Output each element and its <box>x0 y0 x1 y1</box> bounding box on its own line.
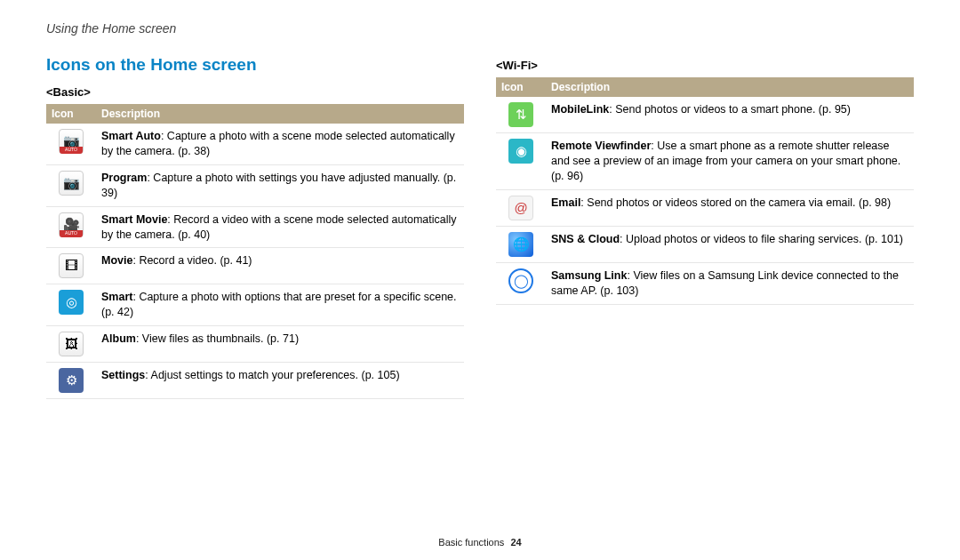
page-footer: Basic functions 24 <box>0 537 960 548</box>
right-column: <Wi-Fi> Icon Description ⇅MobileLink: Se… <box>496 55 914 399</box>
icon-cell: 🌐 <box>496 226 546 262</box>
wifi-table: Icon Description ⇅MobileLink: Send photo… <box>496 77 914 305</box>
description-cell: Smart Movie: Record a video with a scene… <box>96 206 464 248</box>
program-icon: 📷 <box>59 171 84 196</box>
feature-description: : View files as thumbnails. (p. 71) <box>136 332 299 345</box>
icon-cell: @ <box>496 189 546 226</box>
wifi-subhead: <Wi-Fi> <box>496 59 914 72</box>
description-cell: Movie: Record a video. (p. 41) <box>96 248 464 284</box>
email-icon: @ <box>508 196 533 220</box>
footer-page-number: 24 <box>510 537 521 548</box>
wifi-table-body: ⇅MobileLink: Send photos or videos to a … <box>496 97 914 304</box>
feature-name: SNS & Cloud <box>551 233 620 245</box>
remote-viewfinder-icon: ◉ <box>508 139 533 164</box>
description-cell: Remote Viewfinder: Use a smart phone as … <box>546 133 914 190</box>
feature-name: Album <box>101 332 136 345</box>
description-cell: Settings: Adjust settings to match your … <box>96 363 464 399</box>
feature-description: : Send photos or videos to a smart phone… <box>609 103 851 116</box>
samsung-link-icon: ◯ <box>508 268 533 293</box>
feature-name: Settings <box>101 369 145 381</box>
table-header-row: Icon Description <box>496 77 914 97</box>
table-row: 📷Program: Capture a photo with settings … <box>46 164 464 206</box>
feature-name: Samsung Link <box>551 269 627 282</box>
icon-cell: 🖼 <box>46 326 96 363</box>
feature-description: : Upload photos or videos to file sharin… <box>620 233 903 245</box>
header-icon: Icon <box>496 77 546 97</box>
basic-subhead: <Basic> <box>46 85 464 99</box>
smart-movie-icon: 🎥 <box>59 212 84 237</box>
feature-description: : Record a video. (p. 41) <box>132 254 252 267</box>
table-row: ◎Smart: Capture a photo with options tha… <box>46 284 464 326</box>
smart-auto-icon: 📷 <box>59 129 84 154</box>
section-title: Icons on the Home screen <box>46 55 464 75</box>
album-icon: 🖼 <box>59 332 84 356</box>
description-cell: MobileLink: Send photos or videos to a s… <box>546 97 914 133</box>
settings-icon: ⚙ <box>59 368 84 393</box>
table-row: ◉Remote Viewfinder: Use a smart phone as… <box>496 133 914 190</box>
icon-cell: 🎥 <box>46 206 96 248</box>
description-cell: Email: Send photos or videos stored on t… <box>546 189 914 226</box>
feature-name: MobileLink <box>551 103 609 116</box>
icon-cell: ◎ <box>46 284 96 326</box>
feature-description: : Capture a photo with settings you have… <box>101 172 456 199</box>
table-row: ⇅MobileLink: Send photos or videos to a … <box>496 97 914 133</box>
smart-icon: ◎ <box>59 290 84 315</box>
feature-name: Smart Movie <box>101 213 167 226</box>
feature-description: : Adjust settings to match your preferen… <box>145 369 399 381</box>
feature-name: Program <box>101 172 147 184</box>
description-cell: Album: View files as thumbnails. (p. 71) <box>96 326 464 363</box>
feature-name: Movie <box>101 254 132 267</box>
icon-cell: 📷 <box>46 124 96 164</box>
feature-description: : Send photos or videos stored on the ca… <box>580 196 891 209</box>
table-row: 🎞Movie: Record a video. (p. 41) <box>46 248 464 284</box>
description-cell: Samsung Link: View files on a Samsung Li… <box>546 262 914 304</box>
icon-cell: ◉ <box>496 133 546 190</box>
table-header-row: Icon Description <box>46 104 464 124</box>
table-row: 📷Smart Auto: Capture a photo with a scen… <box>46 124 464 164</box>
breadcrumb: Using the Home screen <box>46 21 914 36</box>
feature-name: Smart Auto <box>101 130 161 142</box>
icon-cell: ⚙ <box>46 363 96 399</box>
icon-cell: ⇅ <box>496 97 546 133</box>
basic-table: Icon Description 📷Smart Auto: Capture a … <box>46 104 464 399</box>
content-columns: Icons on the Home screen <Basic> Icon De… <box>46 55 914 399</box>
feature-name: Smart <box>101 291 132 303</box>
movie-icon: 🎞 <box>59 253 84 278</box>
manual-page: Using the Home screen Icons on the Home … <box>0 0 960 560</box>
sns-cloud-icon: 🌐 <box>508 232 533 257</box>
description-cell: Smart Auto: Capture a photo with a scene… <box>96 124 464 164</box>
description-cell: SNS & Cloud: Upload photos or videos to … <box>546 226 914 262</box>
description-cell: Smart: Capture a photo with options that… <box>96 284 464 326</box>
table-row: ◯Samsung Link: View files on a Samsung L… <box>496 262 914 304</box>
basic-table-body: 📷Smart Auto: Capture a photo with a scen… <box>46 124 464 399</box>
description-cell: Program: Capture a photo with settings y… <box>96 164 464 206</box>
left-column: Icons on the Home screen <Basic> Icon De… <box>46 55 464 399</box>
icon-cell: 🎞 <box>46 248 96 284</box>
table-row: 🌐SNS & Cloud: Upload photos or videos to… <box>496 226 914 262</box>
table-row: @Email: Send photos or videos stored on … <box>496 189 914 226</box>
table-row: ⚙Settings: Adjust settings to match your… <box>46 363 464 399</box>
header-description: Description <box>546 77 914 97</box>
feature-name: Remote Viewfinder <box>551 140 651 152</box>
table-row: 🖼Album: View files as thumbnails. (p. 71… <box>46 326 464 363</box>
feature-name: Email <box>551 196 580 209</box>
feature-description: : Capture a photo with options that are … <box>101 291 457 318</box>
header-description: Description <box>96 104 464 124</box>
mobilelink-icon: ⇅ <box>508 102 533 127</box>
footer-section: Basic functions <box>438 537 504 548</box>
header-icon: Icon <box>46 104 96 124</box>
icon-cell: 📷 <box>46 164 96 206</box>
icon-cell: ◯ <box>496 262 546 304</box>
table-row: 🎥Smart Movie: Record a video with a scen… <box>46 206 464 248</box>
